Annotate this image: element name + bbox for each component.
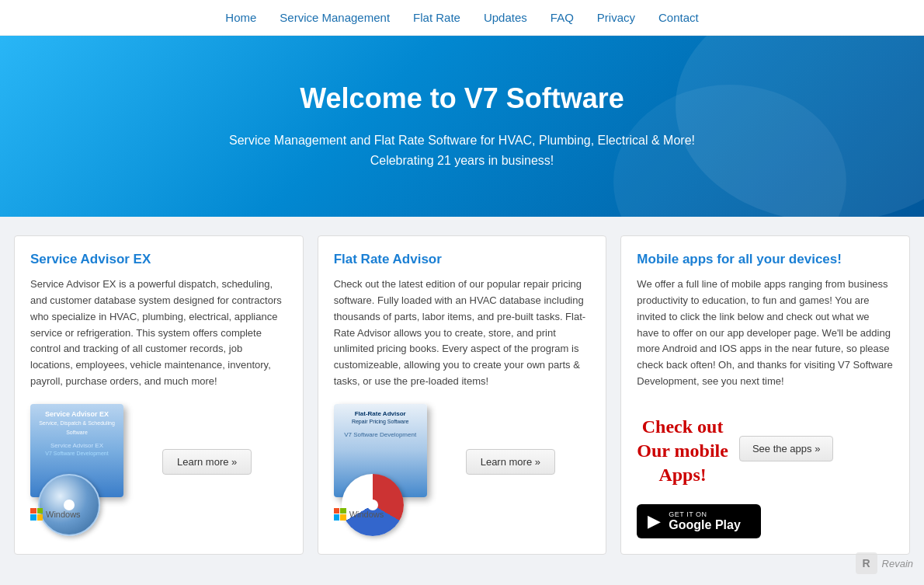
- hero-subtitle1: Service Management and Flat Rate Softwar…: [16, 131, 908, 151]
- google-play-icon: ▶: [648, 511, 661, 531]
- fr-windows-badge: Windows: [334, 508, 384, 521]
- fr-platform-label: Windows: [349, 510, 384, 519]
- sa-platform-label: Windows: [46, 510, 81, 519]
- fr-box-title: Flat-Rate AdvisorRepair Pricing Software: [340, 410, 421, 427]
- nav-link-service-management[interactable]: Service Management: [280, 11, 390, 24]
- card-mobile-title: Mobile apps for all your devices!: [637, 252, 894, 267]
- card-fr-media: Flat-Rate AdvisorRepair Pricing Software…: [334, 404, 591, 521]
- nav-link-privacy[interactable]: Privacy: [597, 11, 635, 24]
- nav-link-faq[interactable]: FAQ: [551, 11, 574, 24]
- card-sa-title: Service Advisor EX: [30, 252, 287, 267]
- card-fr-body: Check out the latest edition of our popu…: [334, 277, 591, 390]
- revain-icon: R: [856, 552, 877, 574]
- nav-link-flat-rate[interactable]: Flat Rate: [413, 11, 460, 24]
- card-sa-media: Service Advisor EXService, Dispatch & Sc…: [30, 404, 287, 521]
- nav-link-updates[interactable]: Updates: [484, 11, 527, 24]
- fr-disc: [342, 474, 404, 536]
- sa-disc: [38, 474, 100, 536]
- fr-box-art: Flat-Rate AdvisorRepair Pricing Software…: [334, 404, 450, 521]
- bottom-section: See what our customers are saying: [0, 573, 924, 585]
- card-sa-body: Service Advisor EX is a powerful dispatc…: [30, 277, 287, 390]
- mobile-promo-text: Check outOur mobileApps!: [637, 415, 728, 488]
- revain-watermark: R Revain: [856, 552, 913, 574]
- hero-title: Welcome to V7 Software: [16, 82, 908, 115]
- card-mobile-body: We offer a full line of mobile apps rang…: [637, 277, 894, 390]
- hero-subtitle2: Celebrating 21 years in business!: [16, 151, 908, 171]
- mobile-promo-row: Check outOur mobileApps! See the apps »: [637, 402, 894, 496]
- sa-windows-badge: Windows: [30, 508, 81, 521]
- google-play-text: GET IT ON Google Play: [669, 510, 740, 532]
- fr-learn-more-button[interactable]: Learn more »: [466, 449, 555, 475]
- main-nav: HomeService ManagementFlat RateUpdatesFA…: [0, 0, 924, 36]
- mobile-promo-block: Check outOur mobileApps!: [637, 415, 728, 488]
- card-flat-rate: Flat Rate Advisor Check out the latest e…: [318, 235, 607, 555]
- sa-box-art: Service Advisor EXService, Dispatch & Sc…: [30, 404, 147, 521]
- card-service-advisor: Service Advisor EX Service Advisor EX is…: [14, 235, 304, 555]
- nav-link-home[interactable]: Home: [225, 11, 256, 24]
- revain-label: Revain: [882, 558, 913, 569]
- nav-link-contact[interactable]: Contact: [658, 11, 699, 24]
- sa-box-title: Service Advisor EXService, Dispatch & Sc…: [36, 410, 117, 437]
- see-apps-button[interactable]: See the apps »: [739, 436, 833, 461]
- card-mobile-apps: Mobile apps for all your devices! We off…: [620, 235, 910, 555]
- hero-section: Welcome to V7 Software Service Managemen…: [0, 36, 924, 217]
- cards-section: Service Advisor EX Service Advisor EX is…: [0, 217, 924, 573]
- card-fr-title: Flat Rate Advisor: [334, 252, 591, 267]
- sa-learn-more-button[interactable]: Learn more »: [162, 449, 252, 475]
- google-play-badge[interactable]: ▶ GET IT ON Google Play: [637, 504, 761, 538]
